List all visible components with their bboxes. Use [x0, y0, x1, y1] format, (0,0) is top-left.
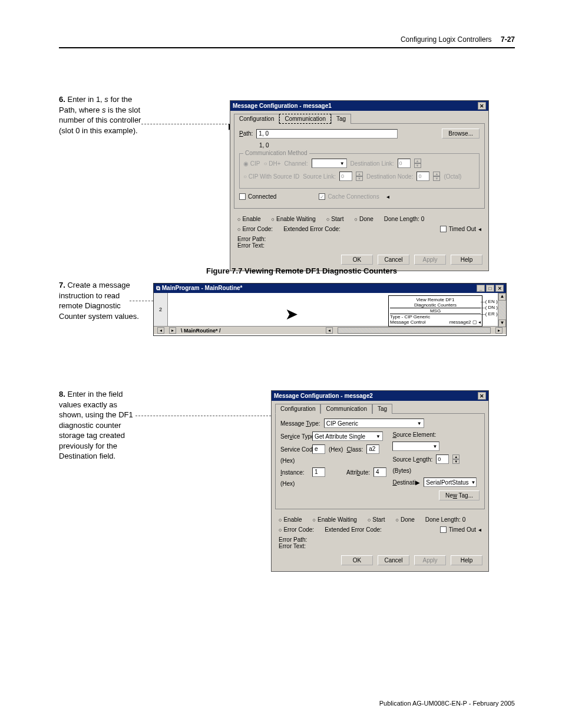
hex-label-1: (Hex) [329, 446, 343, 453]
tab-configuration[interactable]: Configuration [234, 114, 279, 124]
figure-caption: Figure 7.7 Viewing Remote DF1 Diagnostic… [206, 266, 397, 275]
cache-checkbox[interactable]: ✓Cache Connections [319, 193, 379, 200]
ok-button[interactable]: OK [341, 255, 373, 265]
tab-tag[interactable]: Tag [372, 404, 392, 414]
status-enable-waiting: Enable Waiting [272, 216, 316, 222]
timedout-checkbox[interactable]: Timed Out ◂ [440, 526, 481, 533]
step-6-number: 6. [59, 95, 65, 104]
hex-label-3: (Hex) [280, 480, 295, 487]
dialog2-button-row: OK Cancel Apply Help [272, 552, 488, 571]
dialog2-titlebar: Message Configuration - message2 ✕ [272, 391, 488, 401]
help-button[interactable]: Help [451, 255, 482, 265]
cancel-button[interactable]: Cancel [378, 255, 409, 265]
dest-combo[interactable]: SerialPortStatus▼ [424, 477, 477, 487]
spinner-buttons-3[interactable]: ▲▼ [433, 172, 440, 181]
svccode-input[interactable]: e [312, 444, 325, 454]
new-tag-button[interactable]: New Tag... [439, 490, 480, 500]
connector-step7 [130, 301, 153, 301]
tab-communication[interactable]: Communication [279, 114, 330, 124]
dialog1-title: Message Configuration - message1 [233, 103, 332, 109]
radio-cip[interactable]: ◉ CIP [243, 160, 260, 167]
timedout-checkbox[interactable]: Timed Out ◂ [440, 226, 481, 232]
status-start: Start [368, 516, 385, 523]
msg-control-label: Message Control [390, 319, 425, 325]
browse-button[interactable]: Browse... [442, 129, 480, 139]
dialog2-status-row-2: Error Code: Extended Error Code: Timed O… [272, 526, 488, 536]
ladder-icon: ⧉ [156, 285, 160, 291]
srclen-label: Source Length: [392, 456, 432, 463]
scroll-down-icon[interactable]: ▼ [498, 319, 506, 327]
octal-label: (Octal) [444, 173, 461, 180]
close-icon[interactable]: ✕ [495, 285, 504, 292]
tab-configuration[interactable]: Configuration [275, 404, 320, 414]
step-7-text: Create a message instruction to read rem… [59, 281, 139, 321]
spinner-buttons-2[interactable]: ▲▼ [356, 172, 363, 181]
tab-scroll-left[interactable]: ◂ [157, 327, 164, 334]
hscroll-right[interactable]: ▸ [495, 327, 503, 334]
page-header: Configuring Logix Controllers 7-27 [401, 35, 515, 44]
channel-combo[interactable]: ▼ [312, 159, 347, 168]
routine-tab[interactable]: MainRoutine* [184, 328, 218, 334]
ext-error-code: Extended Error Code: [283, 226, 340, 232]
close-icon[interactable]: ✕ [478, 102, 486, 110]
rung-arrow-icon: ➤ [286, 306, 297, 322]
srcel-label: Source Element: [392, 431, 436, 438]
step-6-text-a: Enter in 1, [67, 95, 104, 104]
srclink-spinner[interactable]: 0 [339, 172, 352, 181]
destlink-label: Destination Link: [351, 160, 394, 167]
dialog2-panel: Message Type: CIP Generic▼ Service Type:… [275, 413, 485, 509]
dialog1-tabs: Configuration Communication Tag [234, 113, 485, 123]
ok-button[interactable]: OK [341, 555, 373, 565]
help-button[interactable]: Help [451, 555, 482, 565]
destlink-spinner[interactable]: 0 [398, 159, 411, 168]
instance-input[interactable]: 1 [312, 467, 325, 477]
message-config-dialog-1: Message Configuration - message1 ✕ Confi… [230, 100, 489, 271]
step-7: 7. Create a message instruction to read … [59, 280, 141, 321]
msgtype-combo[interactable]: CIP Generic▼ [324, 419, 424, 428]
msgtype-label: Message Type: [280, 420, 320, 427]
radio-cip-source[interactable]: ○ CIP With Source ID [243, 173, 299, 180]
apply-button[interactable]: Apply [414, 255, 446, 265]
class-label: Class: [346, 446, 363, 453]
step-6: 6. Enter in 1, s for the Path, where s i… [59, 94, 141, 136]
hscroll-left[interactable]: ◂ [326, 327, 333, 334]
maximize-icon[interactable]: □ [486, 285, 494, 292]
dialog1-status-row-2: Error Code: Extended Error Code: Timed O… [230, 226, 488, 236]
channel-label: Channel: [285, 160, 308, 167]
srclen-spinner[interactable]: 0 [436, 454, 449, 464]
destnode-spinner[interactable]: 0 [416, 172, 429, 181]
scroll-up-icon[interactable]: ▲ [498, 293, 506, 301]
ext-error-code: Extended Error Code: [325, 526, 382, 533]
hscroll-track[interactable] [338, 327, 491, 334]
minimize-icon[interactable]: _ [477, 285, 485, 292]
tab-communication[interactable]: Communication [320, 404, 372, 414]
bytes-label: (Bytes) [392, 467, 411, 474]
status-done: Done [354, 216, 373, 222]
apply-button[interactable]: Apply [414, 555, 446, 565]
tab-scroll-right[interactable]: ▸ [169, 327, 176, 334]
msg-instruction-block[interactable]: View Remote DF1 Diagnostic Counters MSG … [388, 295, 482, 327]
svctype-combo[interactable]: Get Attribute Single▼ [312, 431, 383, 441]
connected-checkbox[interactable]: Connected [239, 193, 276, 200]
cancel-button[interactable]: Cancel [378, 555, 409, 565]
path-input[interactable]: 1, 0 [256, 129, 398, 139]
spinner-buttons[interactable]: ▲▼ [414, 159, 421, 168]
section-title: Configuring Logix Controllers [401, 35, 492, 44]
msg-desc2: Diagnostic Counters [390, 302, 481, 308]
radio-dhp[interactable]: ○ DH+ [263, 160, 280, 167]
vertical-scrollbar[interactable]: ▲ ▼ [498, 293, 506, 327]
comm-method-group: Communication Method ◉ CIP ○ DH+ Channel… [239, 153, 480, 189]
attr-input[interactable]: 4 [373, 467, 386, 477]
tab-tag[interactable]: Tag [331, 114, 351, 124]
srcel-combo[interactable]: ▼ [392, 442, 439, 451]
spinner-buttons[interactable]: ▲▼ [452, 454, 459, 464]
instance-label: Instance: [280, 469, 309, 476]
ladder-title: MainProgram - MainRoutine* [162, 285, 243, 291]
close-icon[interactable]: ✕ [478, 392, 486, 400]
dest-label: Destinati▶ [392, 479, 420, 486]
error-text: Error Text: [272, 543, 488, 552]
destnode-label: Destination Node: [366, 173, 414, 180]
done-length: Done Length: 0 [425, 516, 465, 523]
class-input[interactable]: a2 [366, 444, 379, 454]
ladder-main: ➤ View Remote DF1 Diagnostic Counters MS… [168, 293, 506, 326]
